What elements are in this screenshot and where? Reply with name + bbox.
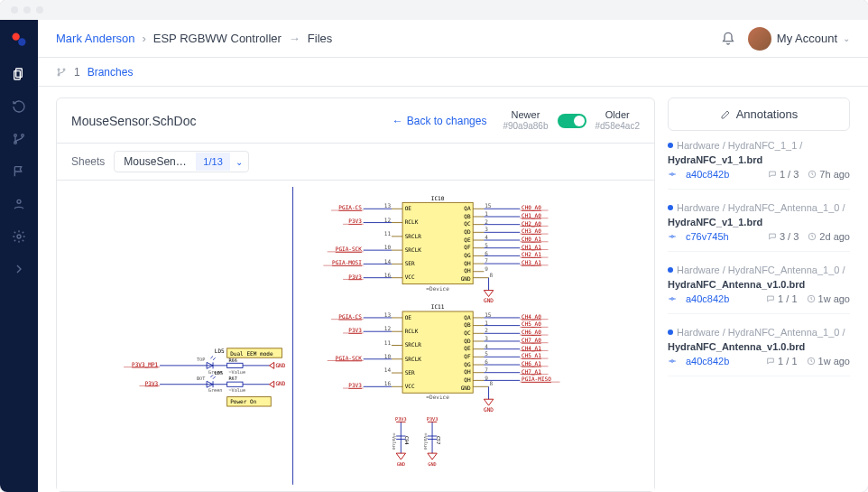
breadcrumb-page: Files xyxy=(308,32,332,45)
svg-text:=Value: =Value xyxy=(228,369,245,375)
svg-text:Green: Green xyxy=(208,388,223,394)
annotation-hash[interactable]: c76v745h xyxy=(686,231,729,242)
svg-text:10: 10 xyxy=(384,244,392,250)
svg-point-1 xyxy=(18,38,25,45)
traffic-min[interactable] xyxy=(23,6,31,14)
svg-text:1: 1 xyxy=(485,210,488,217)
nav-files-icon[interactable] xyxy=(12,67,26,81)
svg-text:=Value: =Value xyxy=(228,388,245,394)
breadcrumb-user[interactable]: Mark Anderson xyxy=(56,32,134,45)
svg-text:2: 2 xyxy=(485,328,488,334)
svg-text:OE: OE xyxy=(405,205,412,211)
svg-text:QA: QA xyxy=(464,314,471,320)
svg-text:3: 3 xyxy=(485,335,488,341)
svg-text:C94: C94 xyxy=(404,436,410,444)
svg-text:VCC: VCC xyxy=(405,274,415,281)
svg-point-273 xyxy=(671,360,674,363)
svg-text:RCLK: RCLK xyxy=(405,219,419,226)
sheet-page: 1/13 xyxy=(196,153,229,171)
primary-sidebar xyxy=(0,20,38,492)
traffic-max[interactable] xyxy=(36,6,43,14)
svg-text:QE: QE xyxy=(464,237,471,243)
annotation-time: 1w ago xyxy=(807,356,850,367)
annotation-hash[interactable]: a40c842b xyxy=(686,169,729,180)
svg-text:QH: QH xyxy=(464,268,471,274)
svg-text:GND: GND xyxy=(275,362,285,368)
traffic-close[interactable] xyxy=(11,6,18,14)
svg-text:LD5: LD5 xyxy=(215,370,223,376)
svg-text:P3V3: P3V3 xyxy=(427,416,439,422)
account-label: My Account xyxy=(777,32,837,45)
main-content: Mark Anderson › ESP RGBWW Controller → F… xyxy=(38,20,868,492)
nav-flag-icon[interactable] xyxy=(12,164,26,179)
svg-point-7 xyxy=(17,200,21,203)
svg-text:GND: GND xyxy=(484,298,494,304)
annotation-item[interactable]: Hardware / HydraNFC_Antenna_1_0 / HydraN… xyxy=(668,265,850,314)
older-hash: #d58e4ac2 xyxy=(596,121,641,132)
svg-text:P3V3: P3V3 xyxy=(348,274,362,280)
svg-point-9 xyxy=(58,69,60,70)
annotation-hash[interactable]: a40c842b xyxy=(686,293,729,304)
annotation-item[interactable]: Hardware / HydraNFC_Antenna_1_0 / HydraN… xyxy=(668,327,850,376)
annotation-path: Hardware / HydraNFC_1_1 / xyxy=(668,140,850,151)
svg-text:QB: QB xyxy=(464,213,471,219)
svg-text:GND: GND xyxy=(461,385,471,391)
commit-icon xyxy=(668,232,677,241)
commit-icon xyxy=(668,170,677,179)
svg-rect-2 xyxy=(16,69,23,77)
branches-link[interactable]: Branches xyxy=(88,66,134,79)
clock-icon xyxy=(808,232,817,241)
svg-text:4: 4 xyxy=(485,343,488,349)
annotation-count: 1 / 1 xyxy=(766,293,797,304)
annotation-item[interactable]: Hardware / HydraNFC_1_1 / HydraNFC_v1_1.… xyxy=(668,140,850,190)
svg-text:SRCLR: SRCLR xyxy=(405,341,422,348)
svg-text:6: 6 xyxy=(485,358,488,365)
svg-text:BOT: BOT xyxy=(197,376,205,381)
svg-point-0 xyxy=(13,33,20,41)
svg-text:QB: QB xyxy=(464,322,471,329)
chevron-down-icon: ⌄ xyxy=(843,33,850,43)
svg-text:Dual EEM mode: Dual EEM mode xyxy=(230,350,273,357)
svg-rect-3 xyxy=(14,71,21,79)
bubble-icon xyxy=(766,357,775,366)
document-panel: MouseSensor.SchDoc ← Back to changes New… xyxy=(56,97,655,492)
annotation-time: 7h ago xyxy=(808,169,850,180)
svg-text:PGIA-MISO: PGIA-MISO xyxy=(522,376,551,382)
svg-text:14: 14 xyxy=(384,258,392,265)
sheets-label: Sheets xyxy=(71,155,105,168)
svg-text:15: 15 xyxy=(485,203,492,209)
svg-text:14: 14 xyxy=(384,367,392,373)
svg-text:QG: QG xyxy=(464,361,471,367)
svg-text:SRCLK: SRCLK xyxy=(405,246,422,253)
svg-text:RCLK: RCLK xyxy=(405,328,419,334)
sheet-selector[interactable]: MouseSens… 1/13 ⌄ xyxy=(114,151,248,172)
bubble-icon xyxy=(766,294,775,303)
account-menu[interactable]: My Account ⌄ xyxy=(748,27,850,51)
annotations-title: Annotations xyxy=(736,107,799,121)
annotation-file: HydraNFC_Antenna_v1.0.brd xyxy=(668,279,850,290)
nav-branch-icon[interactable] xyxy=(12,132,26,146)
svg-text:P3V3: P3V3 xyxy=(348,218,362,225)
svg-text:P3V3: P3V3 xyxy=(145,380,159,386)
svg-text:7: 7 xyxy=(485,257,488,264)
nav-chat-icon[interactable] xyxy=(12,99,26,114)
chevron-right-icon: › xyxy=(142,32,145,45)
svg-point-10 xyxy=(63,69,65,70)
back-to-changes-link[interactable]: ← Back to changes xyxy=(392,115,487,127)
nav-collapse-icon[interactable] xyxy=(12,262,26,276)
bell-icon[interactable] xyxy=(721,32,735,46)
annotation-hash[interactable]: a40c842b xyxy=(686,356,729,367)
svg-text:QC: QC xyxy=(464,330,471,336)
svg-text:10: 10 xyxy=(384,353,392,359)
nav-settings-icon[interactable] xyxy=(12,229,26,244)
diff-toggle-switch[interactable] xyxy=(558,114,586,128)
breadcrumb-project[interactable]: ESP RGBWW Controller xyxy=(153,32,282,45)
schematic-canvas[interactable]: IC1013OEPGIA-CS12RCLKP3V311SRCLR10SRCLKP… xyxy=(57,181,654,491)
svg-text:C57: C57 xyxy=(436,436,441,444)
svg-text:=Value: =Value xyxy=(423,433,429,450)
annotation-item[interactable]: Hardware / HydraNFC_Antenna_1_0 / HydraN… xyxy=(668,202,850,252)
nav-people-icon[interactable] xyxy=(12,197,26,211)
svg-text:QD: QD xyxy=(464,338,471,344)
version-toggle: Newer #90a9a86b Older #d58e4ac2 xyxy=(503,109,640,132)
svg-rect-233 xyxy=(227,363,243,367)
